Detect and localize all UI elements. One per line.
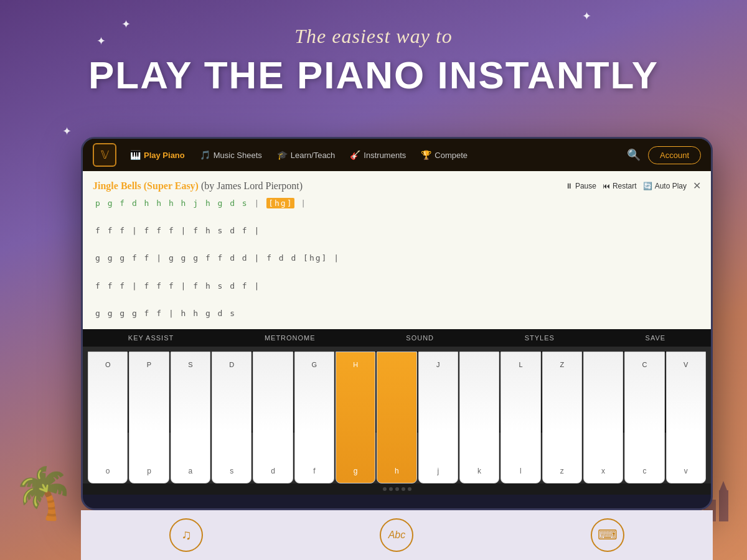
- hero-subtitle: The easiest way to: [0, 25, 747, 48]
- white-key-D[interactable]: d: [253, 352, 293, 483]
- piano-keys-wrapper: O o P p S a D s d: [83, 347, 711, 495]
- white-key-X[interactable]: x: [583, 352, 623, 483]
- palm-tree-decoration: 🌴: [12, 464, 75, 523]
- device-frame: 𝕍 🎹 Play Piano 🎵 Music Sheets 🎓 Learn/Te…: [81, 137, 713, 510]
- nav-label-compete: Compete: [435, 151, 467, 160]
- learn-teach-icon: 🎓: [277, 150, 288, 160]
- nav-item-instruments[interactable]: 🎸 Instruments: [344, 146, 412, 164]
- note-row: g g g g f f | h h g d s: [95, 307, 701, 320]
- sheet-content: p g f d h h h h j h g d s | [hg] | f f f…: [93, 197, 701, 320]
- sheet-notes: p g f d h h h h j h g d s | [hg] | f f f…: [93, 197, 701, 320]
- note-text-green: p g f d h h h h j h g d s: [95, 198, 248, 208]
- abc-button[interactable]: Abc: [380, 518, 413, 552]
- styles-button[interactable]: STYLES: [525, 334, 555, 342]
- white-key-P[interactable]: P p: [129, 352, 169, 483]
- keyboard-button[interactable]: ⌨: [591, 518, 624, 552]
- nav-label-learn-teach: Learn/Teach: [291, 151, 336, 160]
- piano-keys: O o P p S a D s d: [83, 347, 711, 483]
- white-key-H[interactable]: h: [377, 352, 416, 483]
- white-key-V[interactable]: V v: [666, 352, 706, 483]
- keyboard-icon: ⌨: [598, 527, 618, 543]
- nav-item-play-piano[interactable]: 🎹 Play Piano: [124, 146, 191, 164]
- save-button[interactable]: SAVE: [646, 334, 666, 342]
- svg-rect-6: [719, 490, 728, 521]
- music-sheets-icon: 🎵: [200, 150, 210, 160]
- sheet-title: Jingle Bells (Super Easy) (by James Lord…: [93, 180, 303, 192]
- sheet-title-name: Jingle Bells (Super Easy): [93, 180, 199, 191]
- nav-item-learn-teach[interactable]: 🎓 Learn/Teach: [271, 146, 342, 164]
- white-key-O[interactable]: O o: [88, 352, 128, 483]
- autoplay-button[interactable]: 🔄 Auto Play: [643, 182, 687, 190]
- piano-toolbar: KEY ASSIST METRONOME SOUND STYLES SAVE: [83, 329, 711, 347]
- nav-label-music-sheets: Music Sheets: [214, 151, 262, 160]
- star-decoration: ✦: [62, 124, 72, 138]
- restart-button[interactable]: ⏮ Restart: [603, 182, 637, 190]
- piano-bottom-strip: [83, 483, 711, 495]
- note-row: f f f | f f f | f h s d f |: [95, 279, 701, 293]
- music-notes-icon: ♫: [181, 527, 192, 543]
- close-button[interactable]: ✕: [693, 180, 701, 192]
- white-key-S[interactable]: D s: [212, 352, 251, 483]
- navbar: 𝕍 🎹 Play Piano 🎵 Music Sheets 🎓 Learn/Te…: [83, 139, 711, 171]
- logo-icon: 𝕍: [93, 143, 116, 167]
- compete-icon: 🏆: [421, 150, 431, 160]
- sheet-controls: ⏸ Pause ⏮ Restart 🔄 Auto Play ✕: [565, 180, 701, 192]
- nav-logo[interactable]: 𝕍: [93, 143, 116, 167]
- bottom-strip-decoration: [383, 487, 411, 491]
- key-assist-button[interactable]: KEY ASSIST: [128, 334, 174, 342]
- bottom-section: ♫ Abc ⌨: [81, 510, 713, 560]
- pause-icon: ⏸: [565, 182, 573, 190]
- account-button[interactable]: Account: [648, 146, 701, 164]
- white-key-G[interactable]: H g: [336, 352, 375, 483]
- nav-label-play-piano: Play Piano: [144, 151, 185, 160]
- pause-button[interactable]: ⏸ Pause: [565, 182, 596, 190]
- nav-item-compete[interactable]: 🏆 Compete: [415, 146, 474, 164]
- instruments-icon: 🎸: [350, 150, 360, 160]
- white-key-C[interactable]: C c: [624, 352, 664, 483]
- autoplay-icon: 🔄: [643, 182, 652, 190]
- hero-section: The easiest way to PLAY THE PIANO INSTAN…: [0, 0, 747, 97]
- note-row: g g g f f | g g g f f d d | f d d [hg] |: [95, 251, 701, 265]
- nav-item-music-sheets[interactable]: 🎵 Music Sheets: [194, 146, 268, 164]
- restart-icon: ⏮: [603, 182, 610, 190]
- nav-label-instruments: Instruments: [364, 151, 406, 160]
- svg-marker-7: [720, 481, 727, 490]
- sheet-area: Jingle Bells (Super Easy) (by James Lord…: [83, 171, 711, 329]
- white-key-A[interactable]: S a: [171, 352, 210, 483]
- play-piano-icon: 🎹: [130, 150, 141, 160]
- white-key-Z[interactable]: Z z: [542, 352, 582, 483]
- piano-container: O o P p S a D s d: [83, 347, 711, 495]
- white-key-K[interactable]: k: [459, 352, 499, 483]
- abc-icon: Abc: [388, 530, 406, 541]
- white-key-J[interactable]: J j: [418, 352, 458, 483]
- sound-button[interactable]: SOUND: [406, 334, 434, 342]
- note-row: f f f | f f f | f h s d f |: [95, 224, 701, 238]
- white-key-L[interactable]: L l: [500, 352, 540, 483]
- note-row: p g f d h h h h j h g d s | [hg] |: [95, 197, 701, 210]
- white-key-F[interactable]: G f: [294, 352, 334, 483]
- metronome-button[interactable]: METRONOME: [265, 334, 316, 342]
- music-notes-button[interactable]: ♫: [169, 518, 203, 552]
- hero-title: PLAY THE PIANO INSTANTLY: [0, 53, 747, 97]
- search-icon[interactable]: 🔍: [622, 146, 646, 164]
- sheet-title-bar: Jingle Bells (Super Easy) (by James Lord…: [93, 180, 701, 192]
- sheet-title-author: (by James Lord Pierpont): [201, 180, 303, 191]
